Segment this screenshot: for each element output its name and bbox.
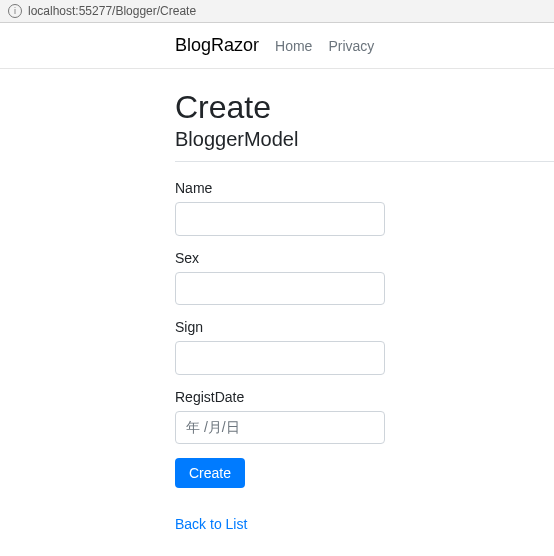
name-label: Name (175, 180, 554, 196)
create-form: Name Sex Sign RegistDate Create (175, 180, 554, 488)
page-subtitle: BloggerModel (175, 128, 554, 151)
form-group-sign: Sign (175, 319, 554, 375)
registdate-input[interactable] (175, 411, 385, 445)
page-title: Create (175, 89, 554, 126)
nav-link-privacy[interactable]: Privacy (328, 38, 374, 54)
info-icon: i (8, 4, 22, 18)
back-to-list-link[interactable]: Back to List (175, 516, 247, 532)
form-group-name: Name (175, 180, 554, 236)
url-text: localhost:55277/Blogger/Create (28, 4, 196, 18)
navbar: BlogRazor Home Privacy (0, 23, 554, 69)
brand-link[interactable]: BlogRazor (175, 35, 259, 56)
form-group-submit: Create (175, 458, 554, 488)
nav-link-home[interactable]: Home (275, 38, 312, 54)
registdate-label: RegistDate (175, 389, 554, 405)
browser-address-bar[interactable]: i localhost:55277/Blogger/Create (0, 0, 554, 23)
main: Create BloggerModel Name Sex Sign Regist… (175, 69, 554, 532)
sex-label: Sex (175, 250, 554, 266)
name-input[interactable] (175, 202, 385, 236)
sign-label: Sign (175, 319, 554, 335)
sex-input[interactable] (175, 272, 385, 306)
divider (175, 161, 554, 162)
form-group-sex: Sex (175, 250, 554, 306)
form-group-registdate: RegistDate (175, 389, 554, 445)
create-button[interactable]: Create (175, 458, 245, 488)
sign-input[interactable] (175, 341, 385, 375)
